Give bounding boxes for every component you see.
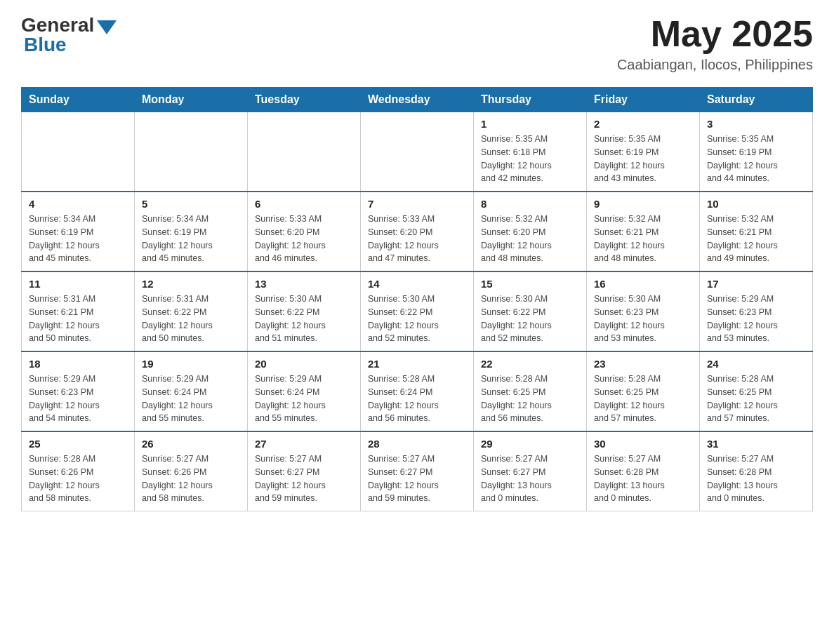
day-number: 2 — [594, 118, 692, 130]
calendar-cell: 2Sunrise: 5:35 AM Sunset: 6:19 PM Daylig… — [587, 112, 700, 192]
day-number: 7 — [368, 198, 466, 210]
calendar-cell: 17Sunrise: 5:29 AM Sunset: 6:23 PM Dayli… — [700, 271, 813, 351]
day-info: Sunrise: 5:27 AM Sunset: 6:27 PM Dayligh… — [481, 452, 579, 505]
day-info: Sunrise: 5:31 AM Sunset: 6:21 PM Dayligh… — [29, 293, 127, 345]
calendar-cell — [22, 112, 135, 192]
logo-blue-text: Blue — [24, 34, 67, 56]
day-info: Sunrise: 5:28 AM Sunset: 6:25 PM Dayligh… — [707, 373, 805, 425]
week-row-3: 11Sunrise: 5:31 AM Sunset: 6:21 PM Dayli… — [22, 271, 813, 351]
day-number: 5 — [142, 198, 240, 210]
day-info: Sunrise: 5:27 AM Sunset: 6:27 PM Dayligh… — [255, 452, 353, 505]
day-number: 25 — [29, 438, 127, 450]
day-info: Sunrise: 5:30 AM Sunset: 6:23 PM Dayligh… — [594, 293, 692, 345]
day-info: Sunrise: 5:29 AM Sunset: 6:23 PM Dayligh… — [707, 293, 805, 345]
day-info: Sunrise: 5:35 AM Sunset: 6:18 PM Dayligh… — [481, 133, 579, 185]
calendar-cell: 30Sunrise: 5:27 AM Sunset: 6:28 PM Dayli… — [587, 431, 700, 511]
day-number: 26 — [142, 438, 240, 450]
calendar-cell: 20Sunrise: 5:29 AM Sunset: 6:24 PM Dayli… — [248, 351, 361, 431]
calendar-cell: 29Sunrise: 5:27 AM Sunset: 6:27 PM Dayli… — [474, 431, 587, 511]
calendar-cell: 4Sunrise: 5:34 AM Sunset: 6:19 PM Daylig… — [22, 192, 135, 271]
calendar-cell: 14Sunrise: 5:30 AM Sunset: 6:22 PM Dayli… — [361, 271, 474, 351]
calendar-cell: 6Sunrise: 5:33 AM Sunset: 6:20 PM Daylig… — [248, 192, 361, 271]
day-number: 4 — [29, 198, 127, 210]
day-number: 14 — [368, 278, 466, 290]
day-info: Sunrise: 5:32 AM Sunset: 6:21 PM Dayligh… — [594, 213, 692, 265]
day-number: 6 — [255, 198, 353, 210]
calendar-cell: 24Sunrise: 5:28 AM Sunset: 6:25 PM Dayli… — [700, 351, 813, 431]
day-number: 10 — [707, 198, 805, 210]
day-info: Sunrise: 5:34 AM Sunset: 6:19 PM Dayligh… — [29, 213, 127, 265]
day-number: 3 — [707, 118, 805, 130]
day-info: Sunrise: 5:28 AM Sunset: 6:25 PM Dayligh… — [594, 373, 692, 425]
header-thursday: Thursday — [474, 88, 587, 112]
calendar-cell: 1Sunrise: 5:35 AM Sunset: 6:18 PM Daylig… — [474, 112, 587, 192]
month-title: May 2025 — [617, 14, 813, 54]
day-info: Sunrise: 5:28 AM Sunset: 6:26 PM Dayligh… — [29, 452, 127, 505]
day-info: Sunrise: 5:31 AM Sunset: 6:22 PM Dayligh… — [142, 293, 240, 345]
header-saturday: Saturday — [700, 88, 813, 112]
day-number: 8 — [481, 198, 579, 210]
calendar-cell: 23Sunrise: 5:28 AM Sunset: 6:25 PM Dayli… — [587, 351, 700, 431]
calendar-cell: 31Sunrise: 5:27 AM Sunset: 6:28 PM Dayli… — [700, 431, 813, 511]
day-number: 28 — [368, 438, 466, 450]
day-info: Sunrise: 5:27 AM Sunset: 6:28 PM Dayligh… — [594, 452, 692, 505]
week-row-2: 4Sunrise: 5:34 AM Sunset: 6:19 PM Daylig… — [22, 192, 813, 271]
day-info: Sunrise: 5:30 AM Sunset: 6:22 PM Dayligh… — [255, 293, 353, 345]
day-number: 13 — [255, 278, 353, 290]
day-number: 21 — [368, 358, 466, 370]
calendar-cell: 27Sunrise: 5:27 AM Sunset: 6:27 PM Dayli… — [248, 431, 361, 511]
week-row-5: 25Sunrise: 5:28 AM Sunset: 6:26 PM Dayli… — [22, 431, 813, 511]
day-info: Sunrise: 5:30 AM Sunset: 6:22 PM Dayligh… — [368, 293, 466, 345]
day-number: 31 — [707, 438, 805, 450]
day-number: 16 — [594, 278, 692, 290]
day-info: Sunrise: 5:28 AM Sunset: 6:25 PM Dayligh… — [481, 373, 579, 425]
calendar-cell: 13Sunrise: 5:30 AM Sunset: 6:22 PM Dayli… — [248, 271, 361, 351]
day-info: Sunrise: 5:32 AM Sunset: 6:21 PM Dayligh… — [707, 213, 805, 265]
location-subtitle: Caabiangan, Ilocos, Philippines — [617, 57, 813, 73]
header-friday: Friday — [587, 88, 700, 112]
day-info: Sunrise: 5:34 AM Sunset: 6:19 PM Dayligh… — [142, 213, 240, 265]
day-number: 19 — [142, 358, 240, 370]
calendar-cell: 10Sunrise: 5:32 AM Sunset: 6:21 PM Dayli… — [700, 192, 813, 271]
day-number: 1 — [481, 118, 579, 130]
day-info: Sunrise: 5:27 AM Sunset: 6:28 PM Dayligh… — [707, 452, 805, 505]
calendar-cell — [135, 112, 248, 192]
day-info: Sunrise: 5:35 AM Sunset: 6:19 PM Dayligh… — [594, 133, 692, 185]
day-info: Sunrise: 5:33 AM Sunset: 6:20 PM Dayligh… — [368, 213, 466, 265]
calendar-cell: 3Sunrise: 5:35 AM Sunset: 6:19 PM Daylig… — [700, 112, 813, 192]
logo: General Blue — [21, 14, 117, 56]
calendar-header-row: Sunday Monday Tuesday Wednesday Thursday… — [22, 88, 813, 112]
day-info: Sunrise: 5:29 AM Sunset: 6:24 PM Dayligh… — [142, 373, 240, 425]
day-number: 30 — [594, 438, 692, 450]
header-tuesday: Tuesday — [248, 88, 361, 112]
week-row-1: 1Sunrise: 5:35 AM Sunset: 6:18 PM Daylig… — [22, 112, 813, 192]
header-sunday: Sunday — [22, 88, 135, 112]
day-info: Sunrise: 5:30 AM Sunset: 6:22 PM Dayligh… — [481, 293, 579, 345]
day-number: 29 — [481, 438, 579, 450]
calendar-cell: 26Sunrise: 5:27 AM Sunset: 6:26 PM Dayli… — [135, 431, 248, 511]
day-number: 20 — [255, 358, 353, 370]
day-info: Sunrise: 5:28 AM Sunset: 6:24 PM Dayligh… — [368, 373, 466, 425]
day-number: 17 — [707, 278, 805, 290]
calendar-cell: 22Sunrise: 5:28 AM Sunset: 6:25 PM Dayli… — [474, 351, 587, 431]
day-info: Sunrise: 5:33 AM Sunset: 6:20 PM Dayligh… — [255, 213, 353, 265]
day-info: Sunrise: 5:35 AM Sunset: 6:19 PM Dayligh… — [707, 133, 805, 185]
calendar-cell: 25Sunrise: 5:28 AM Sunset: 6:26 PM Dayli… — [22, 431, 135, 511]
week-row-4: 18Sunrise: 5:29 AM Sunset: 6:23 PM Dayli… — [22, 351, 813, 431]
day-number: 15 — [481, 278, 579, 290]
calendar-cell: 19Sunrise: 5:29 AM Sunset: 6:24 PM Dayli… — [135, 351, 248, 431]
page-header: General Blue May 2025 Caabiangan, Ilocos… — [21, 14, 813, 73]
calendar-cell: 12Sunrise: 5:31 AM Sunset: 6:22 PM Dayli… — [135, 271, 248, 351]
calendar-cell: 16Sunrise: 5:30 AM Sunset: 6:23 PM Dayli… — [587, 271, 700, 351]
day-info: Sunrise: 5:32 AM Sunset: 6:20 PM Dayligh… — [481, 213, 579, 265]
calendar-cell: 7Sunrise: 5:33 AM Sunset: 6:20 PM Daylig… — [361, 192, 474, 271]
calendar-cell: 15Sunrise: 5:30 AM Sunset: 6:22 PM Dayli… — [474, 271, 587, 351]
day-info: Sunrise: 5:29 AM Sunset: 6:24 PM Dayligh… — [255, 373, 353, 425]
logo-triangle-icon — [97, 20, 117, 34]
calendar-cell: 21Sunrise: 5:28 AM Sunset: 6:24 PM Dayli… — [361, 351, 474, 431]
day-number: 12 — [142, 278, 240, 290]
calendar-cell: 5Sunrise: 5:34 AM Sunset: 6:19 PM Daylig… — [135, 192, 248, 271]
day-number: 27 — [255, 438, 353, 450]
day-info: Sunrise: 5:27 AM Sunset: 6:26 PM Dayligh… — [142, 452, 240, 505]
calendar-cell: 9Sunrise: 5:32 AM Sunset: 6:21 PM Daylig… — [587, 192, 700, 271]
